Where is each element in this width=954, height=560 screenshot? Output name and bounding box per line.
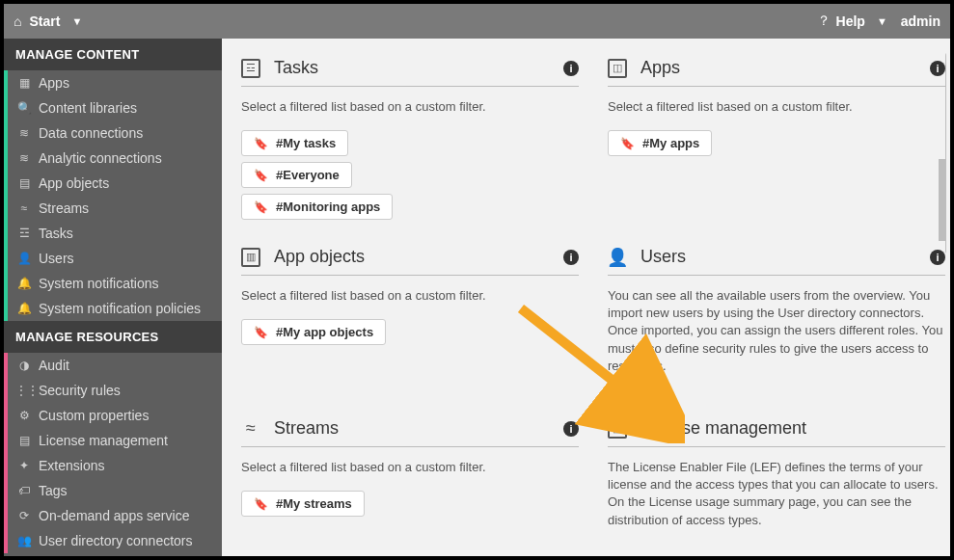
sidebar-item-icon: 👥 [15,534,33,547]
sidebar-item-icon: ◑ [15,359,33,372]
sidebar-item-data-connections[interactable]: ≋Data connections [4,120,222,146]
sidebar-item-label: On-demand apps service [39,508,189,523]
sidebar-item-on-demand-apps-service[interactable]: ⟳On-demand apps service [4,503,222,528]
appobjects-icon: ▥ [241,248,260,267]
card-tasks: ☲ Tasks i Select a filtered list based o… [241,52,579,223]
sidebar-item-label: System notifications [39,276,159,291]
bookmark-icon: 🔖 [254,497,268,511]
sidebar-item-label: System notification policies [39,301,201,316]
sidebar-item-label: User directory connectors [39,533,193,548]
sidebar-item-label: Tags [39,483,68,498]
breadcrumb-title[interactable]: Start [29,13,60,29]
card-users: 👤 Users i You can see all the available … [608,241,945,387]
card-title: License management [641,418,945,439]
card-desc: You can see all the available users from… [608,287,945,375]
sidebar-item-label: Security rules [39,383,121,398]
sidebar-item-extensions[interactable]: ✦Extensions [4,453,222,478]
info-icon[interactable]: i [563,421,579,437]
sidebar-item-icon: 🔍 [15,101,33,115]
bookmark-icon: 🔖 [254,200,268,214]
sidebar-item-apps[interactable]: ▦Apps [4,70,222,95]
sidebar-item-label: Tasks [39,226,73,241]
sidebar-item-custom-properties[interactable]: ⚙Custom properties [4,403,222,428]
sidebar-item-icon: 🔔 [15,302,33,315]
card-desc: Select a filtered list based on a custom… [241,98,579,116]
sidebar-item-icon: ▤ [15,434,33,447]
sidebar-item-label: Users [39,251,74,266]
sidebar-item-tags[interactable]: 🏷Tags [4,478,222,503]
card-desc: The License Enabler File (LEF) defines t… [608,459,945,529]
main-area: ☲ Tasks i Select a filtered list based o… [222,39,950,556]
card-title: Users [641,247,930,267]
sidebar-item-label: App objects [39,175,109,191]
sidebar-item-license-management[interactable]: ▤License management [4,428,222,453]
streams-icon: ≈ [241,419,260,439]
pill-label: #Monitoring apps [276,200,380,214]
sidebar-item-icon: 👤 [15,252,33,265]
filter-pill[interactable]: 🔖#Everyone [241,162,352,188]
card-apps: ◫ Apps i Select a filtered list based on… [608,52,945,159]
info-icon[interactable]: i [930,61,945,76]
sidebar-item-label: Analytic connections [39,150,162,166]
card-streams: ≈ Streams i Select a filtered list based… [241,413,579,520]
info-icon[interactable]: i [930,250,945,265]
sidebar-item-streams[interactable]: ≈Streams [4,196,222,221]
chevron-down-icon[interactable]: ▼ [877,15,887,27]
sidebar-item-app-objects[interactable]: ▤App objects [4,171,222,196]
pill-label: #My tasks [276,136,336,150]
filter-pill[interactable]: 🔖#My app objects [241,319,386,345]
card-title: Streams [274,418,563,439]
sidebar-item-label: Audit [39,358,69,373]
filter-pill[interactable]: 🔖#My streams [241,491,365,517]
sidebar-item-icon: ≋ [15,126,33,140]
filter-pill[interactable]: 🔖#Monitoring apps [241,194,393,220]
pill-label: #Everyone [276,168,340,182]
sidebar-item-users[interactable]: 👤Users [4,246,222,271]
sidebar-item-label: Custom properties [39,408,149,423]
card-license: ▤ License management The License Enabler… [608,413,945,541]
user-label[interactable]: admin [901,13,940,29]
chevron-down-icon[interactable]: ▼ [71,15,82,27]
card-title: Tasks [274,58,563,78]
card-title: Apps [641,58,930,78]
card-desc: Select a filtered list based on a custom… [241,287,579,305]
sidebar-item-label: Data connections [39,125,143,141]
sidebar-item-icon: 🔔 [15,277,33,290]
pill-label: #My app objects [276,325,373,339]
filter-pill[interactable]: 🔖#My apps [608,130,712,156]
apps-icon: ◫ [608,59,627,78]
sidebar: MANAGE CONTENT ▦Apps🔍Content libraries≋D… [4,39,222,556]
card-title: App objects [274,247,563,267]
bookmark-icon: 🔖 [254,326,268,339]
card-appobjects: ▥ App objects i Select a filtered list b… [241,241,579,348]
sidebar-item-icon: ▦ [15,76,33,90]
sidebar-item-security-rules[interactable]: ⋮⋮Security rules [4,378,222,403]
sidebar-item-analytic-connections[interactable]: ≋Analytic connections [4,146,222,171]
sidebar-item-icon: 🏷 [15,484,33,497]
card-desc: Select a filtered list based on a custom… [608,98,945,116]
sidebar-heading-content: MANAGE CONTENT [4,39,222,70]
sidebar-item-icon: ≋ [15,151,33,165]
sidebar-item-icon: ⟳ [15,509,33,522]
sidebar-item-label: Extensions [39,458,104,473]
sidebar-item-content-libraries[interactable]: 🔍Content libraries [4,95,222,120]
filter-pill[interactable]: 🔖#My tasks [241,130,348,156]
sidebar-item-system-notifications[interactable]: 🔔System notifications [4,271,222,296]
topbar: ⌂ Start ▼ ？ Help ▼ admin [4,4,950,39]
help-link[interactable]: Help [836,13,865,29]
bookmark-icon: 🔖 [254,169,268,182]
sidebar-item-label: License management [39,433,168,448]
home-icon[interactable]: ⌂ [14,13,21,29]
sidebar-item-audit[interactable]: ◑Audit [4,353,222,378]
info-icon[interactable]: i [563,250,579,265]
sidebar-item-user-directory-connectors[interactable]: 👥User directory connectors [4,528,222,553]
sidebar-item-icon: ☲ [15,227,33,240]
license-icon: ▤ [608,419,627,439]
help-icon[interactable]: ？ [817,13,831,30]
users-icon: 👤 [608,248,627,267]
sidebar-item-label: Apps [39,75,69,91]
sidebar-item-tasks[interactable]: ☲Tasks [4,221,222,246]
info-icon[interactable]: i [563,61,579,76]
sidebar-item-icon: ✦ [15,459,33,472]
sidebar-item-system-notification-policies[interactable]: 🔔System notification policies [4,296,222,321]
